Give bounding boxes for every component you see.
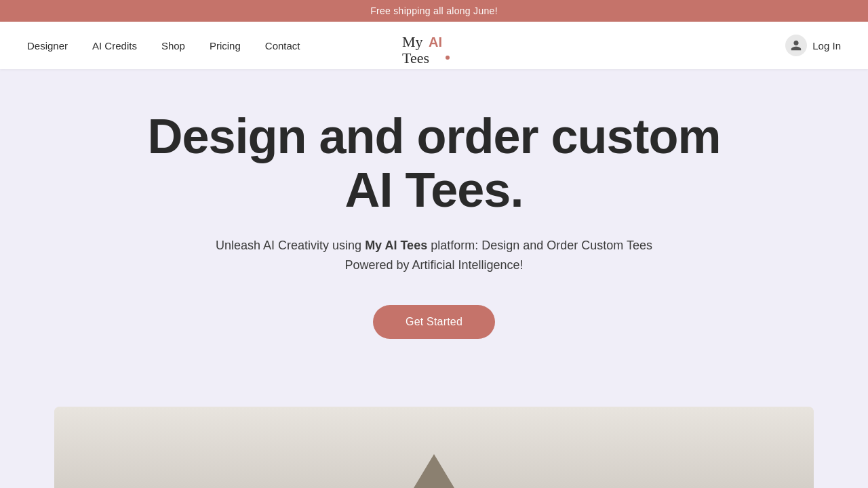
login-label: Log In [812, 40, 841, 52]
nav-right: Log In [785, 35, 841, 56]
hero-section: Design and order custom AI Tees. Unleash… [0, 69, 868, 366]
sidebar-item-shop[interactable]: Shop [161, 40, 185, 52]
hero-title: Design and order custom AI Tees. [129, 110, 739, 217]
nav-left: Designer AI Credits Shop Pricing Contact [27, 40, 300, 52]
sidebar-item-designer[interactable]: Designer [27, 40, 68, 52]
triangle-decoration [414, 454, 454, 488]
logo[interactable]: My AI Tees [397, 25, 471, 66]
logo-svg: My AI Tees [397, 25, 471, 66]
sidebar-item-pricing[interactable]: Pricing [210, 40, 241, 52]
hero-subtitle: Unleash AI Creativity using My AI Tees p… [197, 236, 671, 275]
get-started-button[interactable]: Get Started [373, 305, 495, 339]
svg-text:Tees: Tees [402, 49, 429, 66]
hero-subtitle-brand: My AI Tees [365, 239, 427, 252]
navbar: Designer AI Credits Shop Pricing Contact… [0, 22, 868, 69]
user-icon [785, 35, 807, 56]
hero-image-area [54, 407, 814, 488]
announcement-bar: Free shipping all along June! [0, 0, 868, 22]
announcement-text: Free shipping all along June! [370, 5, 498, 16]
svg-point-3 [446, 56, 450, 60]
svg-text:My: My [402, 33, 423, 50]
page-wrapper: Free shipping all along June! Designer A… [0, 0, 868, 488]
sidebar-item-ai-credits[interactable]: AI Credits [92, 40, 137, 52]
sidebar-item-contact[interactable]: Contact [265, 40, 300, 52]
hero-subtitle-prefix: Unleash AI Creativity using [216, 239, 365, 252]
login-button[interactable]: Log In [785, 35, 841, 56]
hero-image-placeholder [54, 407, 814, 488]
svg-text:AI: AI [429, 35, 442, 49]
